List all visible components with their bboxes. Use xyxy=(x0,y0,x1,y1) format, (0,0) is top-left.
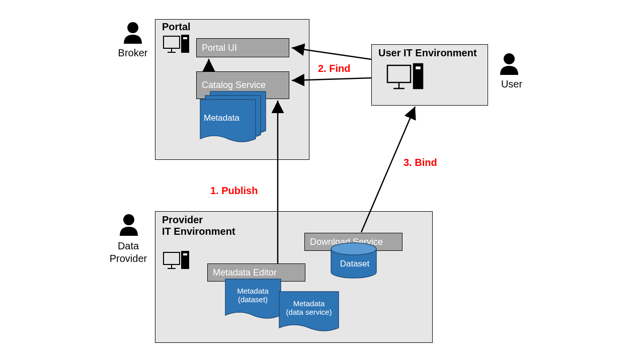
find-label: 2. Find xyxy=(318,63,350,74)
broker-label: Broker xyxy=(113,47,153,59)
metadata-editor-box: Metadata Editor xyxy=(207,263,305,282)
bind-label: 3. Bind xyxy=(404,157,437,168)
dataset-label: Dataset xyxy=(337,259,372,269)
catalog-service-box: Catalog Service xyxy=(196,71,289,99)
user-env-title: User IT Environment xyxy=(378,47,477,59)
metadata-doc-label: Metadata xyxy=(204,113,239,123)
metadata-dataservice-label: Metadata (data service) xyxy=(281,299,337,317)
svg-point-6 xyxy=(504,53,515,64)
portal-ui-box: Portal UI xyxy=(196,38,289,57)
svg-point-7 xyxy=(123,214,134,225)
portal-title: Portal xyxy=(162,21,191,33)
metadata-dataset-label: Metadata (dataset) xyxy=(226,287,279,304)
download-service-box: Download Service xyxy=(304,233,403,251)
publish-label: 1. Publish xyxy=(210,185,258,197)
user-label: User xyxy=(499,78,524,90)
provider-env-title: Provider IT Environment xyxy=(162,214,235,237)
svg-point-5 xyxy=(127,22,138,33)
data-provider-label: Data Provider xyxy=(106,240,151,265)
